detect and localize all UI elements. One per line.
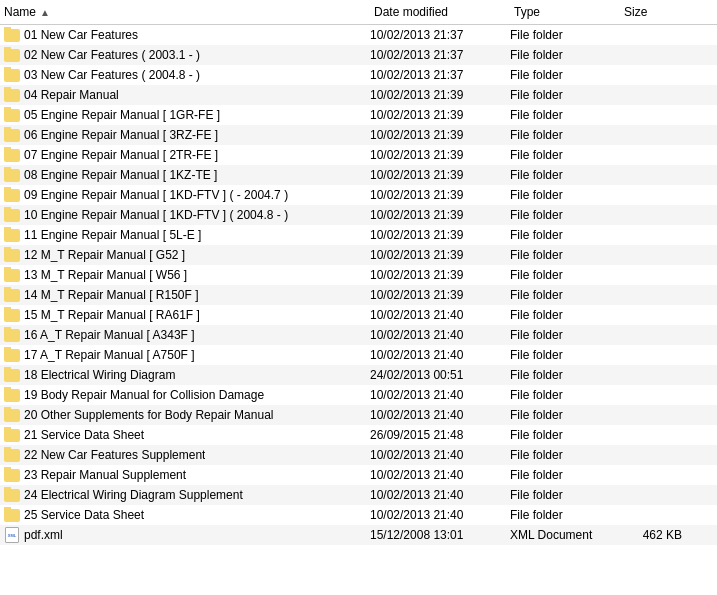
- header-name[interactable]: Name ▲: [0, 3, 370, 21]
- file-name-text: 09 Engine Repair Manual [ 1KD-FTV ] ( - …: [24, 188, 288, 202]
- table-row[interactable]: pdf.xml 15/12/2008 13:01 XML Document 46…: [0, 525, 717, 545]
- folder-icon: [4, 229, 20, 242]
- file-name-text: 04 Repair Manual: [24, 88, 119, 102]
- file-name-text: 21 Service Data Sheet: [24, 428, 144, 442]
- header-name-label: Name: [4, 5, 36, 19]
- file-name-text: 08 Engine Repair Manual [ 1KZ-TE ]: [24, 168, 217, 182]
- file-type-cell: File folder: [510, 488, 620, 502]
- table-row[interactable]: 01 New Car Features 10/02/2013 21:37 Fil…: [0, 25, 717, 45]
- header-row: Name ▲ Date modified Type Size: [0, 0, 717, 25]
- header-size[interactable]: Size: [620, 3, 690, 21]
- table-row[interactable]: 14 M_T Repair Manual [ R150F ] 10/02/201…: [0, 285, 717, 305]
- table-row[interactable]: 03 New Car Features ( 2004.8 - ) 10/02/2…: [0, 65, 717, 85]
- file-name-cell: 15 M_T Repair Manual [ RA61F ]: [0, 307, 370, 323]
- table-row[interactable]: 12 M_T Repair Manual [ G52 ] 10/02/2013 …: [0, 245, 717, 265]
- file-name-cell: 23 Repair Manual Supplement: [0, 467, 370, 483]
- file-icon: [4, 187, 20, 203]
- table-row[interactable]: 20 Other Supplements for Body Repair Man…: [0, 405, 717, 425]
- folder-icon: [4, 309, 20, 322]
- table-row[interactable]: 11 Engine Repair Manual [ 5L-E ] 10/02/2…: [0, 225, 717, 245]
- file-icon: [4, 427, 20, 443]
- table-row[interactable]: 05 Engine Repair Manual [ 1GR-FE ] 10/02…: [0, 105, 717, 125]
- file-date-cell: 10/02/2013 21:40: [370, 328, 510, 342]
- file-name-text: 22 New Car Features Supplement: [24, 448, 205, 462]
- folder-icon: [4, 209, 20, 222]
- file-name-text: 17 A_T Repair Manual [ A750F ]: [24, 348, 195, 362]
- file-icon: [4, 527, 20, 543]
- folder-icon: [4, 349, 20, 362]
- table-row[interactable]: 17 A_T Repair Manual [ A750F ] 10/02/201…: [0, 345, 717, 365]
- table-row[interactable]: 10 Engine Repair Manual [ 1KD-FTV ] ( 20…: [0, 205, 717, 225]
- file-name-cell: 04 Repair Manual: [0, 87, 370, 103]
- file-name-cell: 11 Engine Repair Manual [ 5L-E ]: [0, 227, 370, 243]
- table-row[interactable]: 06 Engine Repair Manual [ 3RZ-FE ] 10/02…: [0, 125, 717, 145]
- table-row[interactable]: 19 Body Repair Manual for Collision Dama…: [0, 385, 717, 405]
- file-name-text: 19 Body Repair Manual for Collision Dama…: [24, 388, 264, 402]
- table-row[interactable]: 07 Engine Repair Manual [ 2TR-FE ] 10/02…: [0, 145, 717, 165]
- file-name-text: 16 A_T Repair Manual [ A343F ]: [24, 328, 195, 342]
- file-name-text: 11 Engine Repair Manual [ 5L-E ]: [24, 228, 201, 242]
- table-row[interactable]: 21 Service Data Sheet 26/09/2015 21:48 F…: [0, 425, 717, 445]
- table-row[interactable]: 22 New Car Features Supplement 10/02/201…: [0, 445, 717, 465]
- file-icon: [4, 107, 20, 123]
- file-icon: [4, 307, 20, 323]
- file-name-cell: 13 M_T Repair Manual [ W56 ]: [0, 267, 370, 283]
- file-date-cell: 10/02/2013 21:39: [370, 168, 510, 182]
- sort-arrow-icon: ▲: [40, 7, 50, 18]
- file-date-cell: 10/02/2013 21:39: [370, 248, 510, 262]
- file-date-cell: 10/02/2013 21:40: [370, 408, 510, 422]
- file-date-cell: 10/02/2013 21:39: [370, 88, 510, 102]
- file-type-cell: File folder: [510, 128, 620, 142]
- file-date-cell: 10/02/2013 21:40: [370, 468, 510, 482]
- xml-icon: [5, 527, 19, 543]
- table-row[interactable]: 24 Electrical Wiring Diagram Supplement …: [0, 485, 717, 505]
- file-type-cell: File folder: [510, 308, 620, 322]
- file-name-text: 18 Electrical Wiring Diagram: [24, 368, 175, 382]
- file-date-cell: 10/02/2013 21:39: [370, 148, 510, 162]
- header-type-label: Type: [514, 5, 540, 19]
- file-name-text: 25 Service Data Sheet: [24, 508, 144, 522]
- file-type-cell: File folder: [510, 368, 620, 382]
- file-date-cell: 10/02/2013 21:40: [370, 488, 510, 502]
- table-row[interactable]: 23 Repair Manual Supplement 10/02/2013 2…: [0, 465, 717, 485]
- folder-icon: [4, 429, 20, 442]
- file-date-cell: 10/02/2013 21:40: [370, 348, 510, 362]
- file-name-cell: 02 New Car Features ( 2003.1 - ): [0, 47, 370, 63]
- file-date-cell: 10/02/2013 21:37: [370, 68, 510, 82]
- file-type-cell: File folder: [510, 468, 620, 482]
- table-row[interactable]: 15 M_T Repair Manual [ RA61F ] 10/02/201…: [0, 305, 717, 325]
- file-icon: [4, 127, 20, 143]
- table-row[interactable]: 25 Service Data Sheet 10/02/2013 21:40 F…: [0, 505, 717, 525]
- table-row[interactable]: 02 New Car Features ( 2003.1 - ) 10/02/2…: [0, 45, 717, 65]
- table-row[interactable]: 09 Engine Repair Manual [ 1KD-FTV ] ( - …: [0, 185, 717, 205]
- file-type-cell: File folder: [510, 408, 620, 422]
- file-type-cell: File folder: [510, 108, 620, 122]
- file-name-cell: 16 A_T Repair Manual [ A343F ]: [0, 327, 370, 343]
- table-row[interactable]: 04 Repair Manual 10/02/2013 21:39 File f…: [0, 85, 717, 105]
- file-name-text: 15 M_T Repair Manual [ RA61F ]: [24, 308, 200, 322]
- folder-icon: [4, 29, 20, 42]
- file-size-cell: 462 KB: [620, 528, 690, 542]
- file-icon: [4, 387, 20, 403]
- header-type[interactable]: Type: [510, 3, 620, 21]
- file-name-text: 14 M_T Repair Manual [ R150F ]: [24, 288, 199, 302]
- table-row[interactable]: 08 Engine Repair Manual [ 1KZ-TE ] 10/02…: [0, 165, 717, 185]
- file-name-text: pdf.xml: [24, 528, 63, 542]
- file-type-cell: File folder: [510, 248, 620, 262]
- file-date-cell: 10/02/2013 21:39: [370, 228, 510, 242]
- file-icon: [4, 487, 20, 503]
- file-icon: [4, 367, 20, 383]
- table-row[interactable]: 18 Electrical Wiring Diagram 24/02/2013 …: [0, 365, 717, 385]
- folder-icon: [4, 189, 20, 202]
- file-type-cell: File folder: [510, 228, 620, 242]
- file-date-cell: 10/02/2013 21:40: [370, 388, 510, 402]
- header-date[interactable]: Date modified: [370, 3, 510, 21]
- file-date-cell: 10/02/2013 21:37: [370, 48, 510, 62]
- file-name-cell: 25 Service Data Sheet: [0, 507, 370, 523]
- folder-icon: [4, 69, 20, 82]
- file-icon: [4, 287, 20, 303]
- file-name-text: 01 New Car Features: [24, 28, 138, 42]
- folder-icon: [4, 169, 20, 182]
- table-row[interactable]: 13 M_T Repair Manual [ W56 ] 10/02/2013 …: [0, 265, 717, 285]
- table-row[interactable]: 16 A_T Repair Manual [ A343F ] 10/02/201…: [0, 325, 717, 345]
